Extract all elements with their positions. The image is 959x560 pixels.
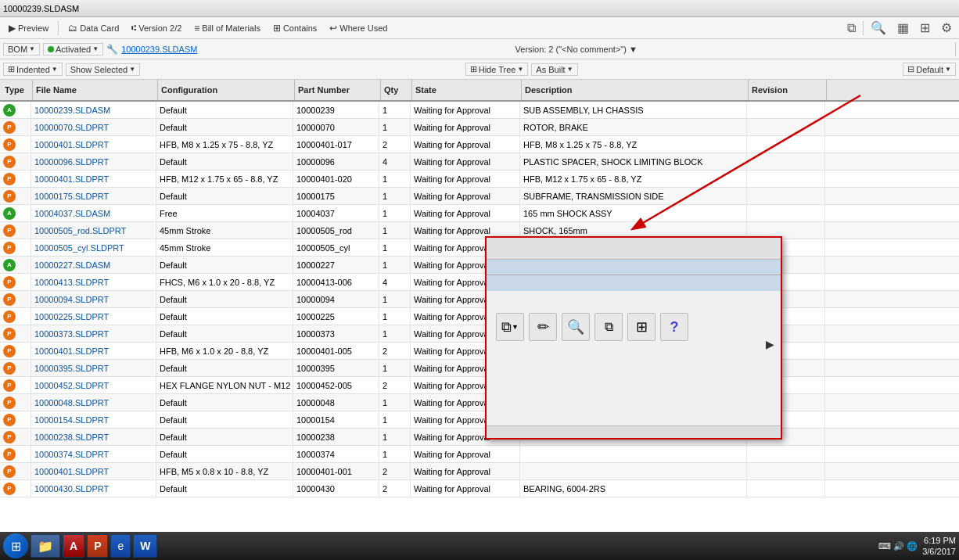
hide-tree-dropdown[interactable]: ⊞ Hide Tree ▼	[465, 63, 529, 76]
table-row[interactable]: P 10000373.SLDPRT Default 10000373 1 Wai…	[0, 325, 959, 343]
settings-icon-btn[interactable]: ⚙	[937, 18, 956, 38]
toolbar-popup: ⧉▼ ✏ 🔍 ⧉ ⊞ ? ▶	[485, 236, 782, 440]
table-row[interactable]: P 10000374.SLDPRT Default 10000374 1 Wai…	[0, 446, 959, 463]
powerpoint-button[interactable]: P	[87, 534, 108, 558]
popup-grid-btn[interactable]: ⊞	[627, 313, 655, 341]
row-qty-cell: 1	[379, 102, 411, 118]
popup-edit-btn[interactable]: ✏	[529, 313, 557, 341]
asbuilt-dropdown[interactable]: As Built ▼	[531, 63, 577, 76]
table-row[interactable]: P 10000430.SLDPRT Default 10000430 2 Wai…	[0, 480, 959, 497]
popup-duplicate-btn[interactable]: ⧉	[594, 313, 623, 341]
table-row[interactable]: P 10000096.SLDPRT Default 10000096 4 Wai…	[0, 153, 959, 171]
where-used-button[interactable]: ↩ Where Used	[324, 20, 393, 36]
bom-dropdown[interactable]: BOM ▼	[3, 43, 40, 56]
table-row[interactable]: P 10000452.SLDPRT HEX FLANGE NYLON NUT -…	[0, 377, 959, 394]
show-selected-dropdown[interactable]: Show Selected ▼	[66, 63, 140, 76]
row-type-cell: A	[0, 102, 31, 118]
popup-search-btn[interactable]: 🔍	[562, 313, 590, 341]
row-filename-cell: 10000430.SLDPRT	[31, 480, 156, 497]
type-icon: P	[3, 311, 16, 323]
row-type-cell: P	[0, 274, 31, 290]
default-dropdown[interactable]: ⊟ Default ▼	[903, 63, 956, 76]
type-icon: A	[3, 259, 16, 271]
row-desc-cell: 165 mm SHOCK ASSY	[520, 205, 747, 221]
word-button[interactable]: W	[133, 534, 157, 558]
table-row[interactable]: P 10000401.SLDPRT HFB, M12 x 1.75 x 65 -…	[0, 171, 959, 188]
row-partnum-cell: 10000238	[293, 429, 379, 445]
row-filename-cell: 10000227.SLDASM	[31, 257, 156, 273]
table-row[interactable]: P 10000070.SLDPRT Default 10000070 1 Wai…	[0, 119, 959, 136]
type-icon: A	[3, 104, 16, 117]
row-type-cell: P	[0, 394, 31, 411]
table-row[interactable]: A 10000227.SLDASM Default 10000227 1 Wai…	[0, 257, 959, 274]
file-icon: 🔧	[106, 44, 118, 55]
popup-help-btn[interactable]: ?	[660, 313, 688, 341]
table-row[interactable]: A 10000239.SLDASM Default 10000239 1 Wai…	[0, 102, 959, 119]
row-filename-cell: 10000505_cyl.SLDPRT	[31, 239, 156, 256]
type-icon: P	[3, 173, 16, 185]
hidetree-arrow: ▼	[517, 66, 523, 73]
table-row[interactable]: P 10000505_rod.SLDPRT 45mm Stroke 100005…	[0, 222, 959, 239]
row-desc-cell	[520, 463, 747, 479]
file-explorer-button[interactable]: 📁	[31, 534, 60, 558]
table-row[interactable]: P 10000505_cyl.SLDPRT 45mm Stroke 100005…	[0, 239, 959, 257]
row-desc-cell	[520, 446, 747, 462]
table-row[interactable]: A 10004037.SLDASM Free 10004037 1 Waitin…	[0, 205, 959, 222]
search-icon-btn[interactable]: 🔍	[867, 18, 890, 38]
preview-button[interactable]: ▶ Preview	[3, 20, 54, 36]
table-row[interactable]: P 10000401.SLDPRT HFB, M5 x 0.8 x 10 - 8…	[0, 463, 959, 480]
windows-start-button[interactable]: ⊞	[3, 533, 28, 558]
type-icon: P	[3, 448, 16, 461]
copy-icon-btn[interactable]: ⧉	[843, 19, 860, 38]
type-icon: P	[3, 379, 16, 392]
table-row[interactable]: P 10000413.SLDPRT FHCS, M6 x 1.0 x 20 - …	[0, 274, 959, 291]
activated-dropdown[interactable]: Activated ▼	[43, 43, 103, 56]
table-row[interactable]: P 10000048.SLDPRT Default 10000048 1 Wai…	[0, 394, 959, 411]
popup-search-icon: 🔍	[567, 318, 584, 336]
row-type-cell: P	[0, 308, 31, 325]
row-type-cell: P	[0, 239, 31, 256]
table-row[interactable]: P 10000094.SLDPRT Default 10000094 1 Wai…	[0, 291, 959, 308]
row-filename-cell: 10000154.SLDPRT	[31, 411, 156, 428]
pdf-app-button[interactable]: A	[63, 534, 84, 558]
table-row[interactable]: P 10000175.SLDPRT Default 10000175 1 Wai…	[0, 188, 959, 205]
browser-button[interactable]: e	[110, 534, 131, 558]
popup-pencil-icon: ✏	[537, 318, 549, 336]
row-desc-cell: PLASTIC SPACER, SHOCK LIMITING BLOCK	[520, 153, 747, 170]
row-filename-cell: 10000238.SLDPRT	[31, 429, 156, 445]
list-icon-btn[interactable]: ▦	[893, 18, 913, 38]
row-config-cell: Default	[156, 446, 293, 462]
taskbar-clock: 6:19 PM 3/6/2017	[922, 535, 956, 558]
table-row[interactable]: P 10000225.SLDPRT Default 10000225 1 Wai…	[0, 308, 959, 325]
bom-button[interactable]: ≡ Bill of Materials	[189, 20, 266, 36]
toolbar-row-2: BOM ▼ Activated ▼ 🔧 10000239.SLDASM Vers…	[0, 39, 959, 59]
popup-toolbar: ⧉▼ ✏ 🔍 ⧉ ⊞ ?	[487, 307, 781, 347]
row-filename-cell: 10000395.SLDPRT	[31, 360, 156, 376]
row-config-cell: Default	[156, 188, 293, 204]
type-icon: P	[3, 362, 16, 375]
data-card-button[interactable]: 🗂 Data Card	[63, 20, 124, 36]
toolbar-row-1: ▶ Preview 🗂 Data Card ⑆ Version 2/2 ≡ Bi…	[0, 17, 959, 39]
popup-scrollbar[interactable]	[487, 425, 781, 438]
row-partnum-cell: 10000175	[293, 188, 379, 204]
taskbar: ⊞ 📁 A P e W ⌨ 🔊 🌐 6:19 PM 3/6/2017	[0, 532, 959, 560]
type-icon: P	[3, 483, 16, 495]
grid-icon-btn[interactable]: ⊞	[916, 18, 934, 38]
table-row[interactable]: P 10000401.SLDPRT HFB, M6 x 1.0 x 20 - 8…	[0, 343, 959, 360]
system-tray-icons: ⌨ 🔊 🌐	[878, 541, 918, 551]
table-row[interactable]: P 10000395.SLDPRT Default 10000395 1 Wai…	[0, 360, 959, 377]
popup-help-icon: ?	[670, 319, 679, 336]
table-row[interactable]: P 10000401.SLDPRT HFB, M8 x 1.25 x 75 - …	[0, 136, 959, 153]
contains-button[interactable]: ⊞ Contains	[268, 20, 322, 36]
row-state-cell: Waiting for Approval	[411, 171, 520, 187]
row-qty-cell: 1	[379, 257, 411, 273]
row-type-cell: P	[0, 291, 31, 307]
row-type-cell: P	[0, 222, 31, 239]
popup-copy-btn[interactable]: ⧉▼	[496, 313, 524, 341]
type-icon: P	[3, 345, 16, 357]
version-button[interactable]: ⑆ Version 2/2	[126, 21, 187, 35]
indented-dropdown[interactable]: ⊞ Indented ▼	[3, 63, 63, 76]
col-desc-header: Description	[522, 80, 749, 100]
table-row[interactable]: P 10000238.SLDPRT Default 10000238 1 Wai…	[0, 429, 959, 446]
table-row[interactable]: P 10000154.SLDPRT Default 10000154 1 Wai…	[0, 411, 959, 429]
